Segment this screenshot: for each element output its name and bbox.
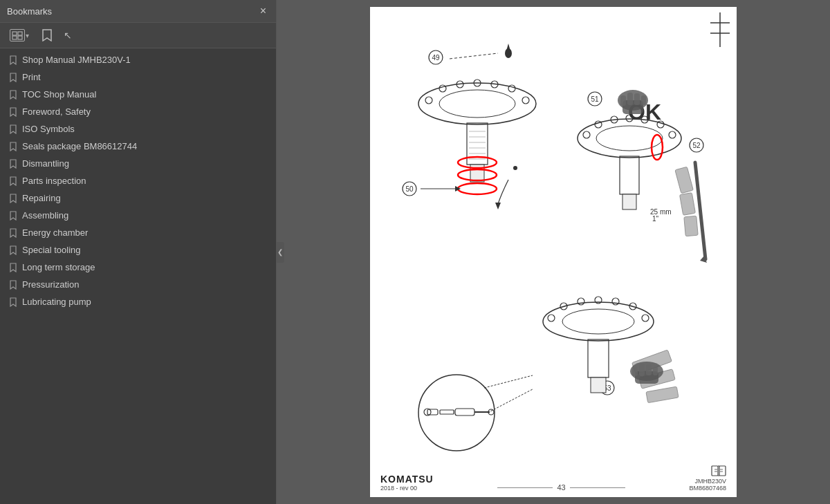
bookmark-item[interactable]: Parts inspection [0, 172, 276, 189]
bookmark-item[interactable]: Seals package BM86612744 [0, 138, 276, 155]
svg-rect-59 [634, 93, 640, 105]
footer-doc2: BM86807468 [689, 485, 726, 492]
footer-doc: JMHB230V [694, 478, 726, 485]
bookmark-label: Long term storage [22, 262, 95, 272]
svg-line-92 [488, 389, 533, 413]
svg-rect-58 [627, 93, 633, 105]
bookmark-view-button[interactable] [37, 26, 57, 44]
svg-rect-0 [12, 32, 17, 35]
svg-rect-64 [680, 193, 696, 216]
bookmark-label: ISO Symbols [22, 124, 75, 134]
bookmark-icon [10, 194, 17, 203]
bookmark-label: Print [22, 72, 41, 82]
svg-point-36 [513, 166, 517, 170]
bookmark-label: Dismantling [22, 158, 69, 169]
svg-point-12 [418, 83, 536, 124]
svg-point-74 [578, 298, 584, 305]
collapse-tab[interactable]: ❮ [276, 242, 284, 263]
svg-point-72 [548, 315, 555, 321]
svg-point-20 [522, 97, 529, 104]
svg-marker-10 [506, 44, 511, 53]
bookmark-item[interactable]: Shop Manual JMHB230V-1 [0, 51, 276, 68]
svg-rect-60 [641, 95, 646, 105]
bookmark-label: Parts inspection [22, 176, 86, 186]
bookmark-icon [10, 263, 17, 272]
page-number: 43 [557, 483, 565, 492]
bookmark-label: Seals package BM86612744 [22, 141, 137, 151]
svg-rect-65 [684, 216, 698, 236]
svg-rect-93 [427, 409, 438, 415]
bookmark-label: Repairing [22, 193, 61, 203]
bookmark-item[interactable]: Special tooling [0, 241, 276, 259]
svg-rect-86 [632, 366, 638, 376]
svg-rect-89 [653, 366, 658, 375]
bookmark-icon [10, 176, 17, 186]
panel-header: Bookmarks × [0, 0, 276, 23]
bookmark-item[interactable]: Long term storage [0, 259, 276, 276]
bookmark-item[interactable]: ISO Symbols [0, 120, 276, 138]
cursor-indicator: ↖ [64, 30, 72, 41]
bookmark-icon [42, 29, 53, 41]
bookmark-item[interactable]: Repairing [0, 189, 276, 207]
svg-point-13 [439, 90, 515, 118]
svg-rect-52 [620, 156, 639, 194]
bookmark-item[interactable]: TOC Shop Manual [0, 86, 276, 103]
bookmark-icon [10, 142, 17, 151]
bookmark-item[interactable]: Print [0, 68, 276, 86]
svg-marker-37 [495, 203, 501, 209]
bookmark-item[interactable]: Lubricating pump [0, 293, 276, 310]
bookmark-icon [10, 73, 17, 82]
brand-name: KOMATSU [380, 474, 434, 485]
svg-line-11 [450, 53, 498, 59]
svg-point-33 [458, 183, 497, 194]
bookmark-icon [10, 90, 17, 100]
svg-point-15 [439, 85, 446, 92]
layout-icon [10, 29, 25, 41]
svg-rect-53 [622, 194, 636, 209]
bookmark-icon [10, 55, 17, 65]
svg-rect-3 [18, 36, 22, 39]
svg-rect-87 [639, 364, 645, 376]
svg-text:1": 1" [652, 215, 659, 223]
bookmark-item[interactable]: Dismantling [0, 155, 276, 172]
svg-rect-80 [591, 377, 606, 393]
svg-line-91 [484, 375, 533, 388]
svg-rect-79 [588, 339, 609, 377]
svg-rect-83 [646, 386, 679, 403]
page-illustrations: 49 [370, 7, 737, 487]
close-button[interactable]: × [257, 4, 269, 18]
bookmark-item[interactable]: Energy chamber [0, 224, 276, 241]
bookmark-item[interactable]: Pressurization [0, 276, 276, 293]
svg-point-76 [612, 298, 619, 305]
main-illustration: 49 [380, 17, 726, 474]
corner-icon [710, 12, 730, 50]
bookmark-icon [10, 297, 17, 307]
document-page: 49 [370, 7, 737, 497]
bookmark-icon [10, 124, 17, 134]
bookmark-label: Foreword, Safety [22, 106, 91, 117]
layout-button[interactable]: ▾ [6, 26, 33, 44]
svg-rect-2 [12, 36, 17, 39]
bookmark-icon [10, 211, 17, 221]
book-icon [711, 464, 726, 478]
document-view: 49 [277, 0, 830, 504]
bookmark-item[interactable]: Assembling [0, 207, 276, 224]
svg-rect-63 [675, 167, 693, 193]
bookmarks-panel: Bookmarks × ▾ ↖ Shop Manual JMHB230V-1Pr… [0, 0, 277, 504]
svg-point-46 [595, 121, 602, 128]
bookmark-item[interactable]: Foreword, Safety [0, 103, 276, 120]
svg-point-71 [562, 309, 634, 334]
bookmark-label: Assembling [22, 210, 68, 221]
svg-text:51: 51 [591, 95, 599, 103]
bookmark-label: Lubricating pump [22, 297, 91, 307]
bookmark-icon [10, 107, 17, 117]
footer-page-number-section: 43 [497, 483, 625, 492]
footer-year: 2018 - rev 00 [380, 485, 434, 492]
svg-rect-95 [440, 410, 454, 414]
svg-point-51 [669, 131, 676, 138]
svg-point-19 [508, 85, 515, 92]
panel-title: Bookmarks [7, 6, 52, 17]
svg-rect-88 [646, 364, 652, 375]
bookmark-icon [10, 280, 17, 290]
svg-rect-99 [712, 466, 718, 476]
